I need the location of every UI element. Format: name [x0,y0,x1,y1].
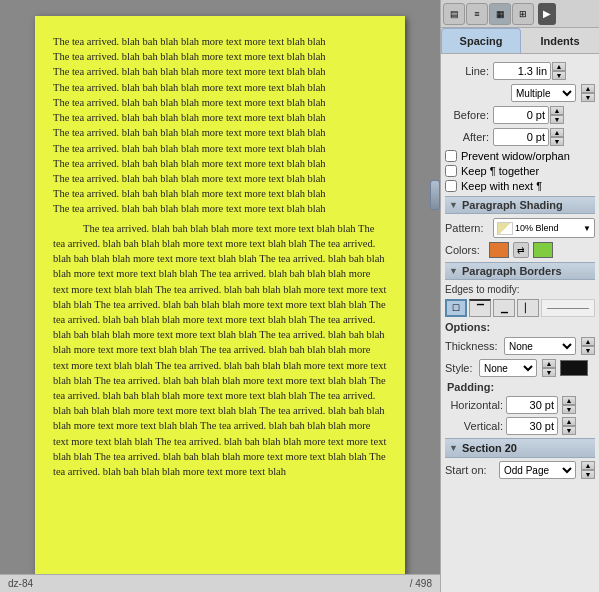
after-stepper: ▲ ▼ [550,128,564,146]
style-stepper: ▲ ▼ [542,359,556,377]
edge-bottom-button[interactable]: ▁ [493,299,515,317]
section-title: Section 20 [462,442,517,454]
edges-label-row: Edges to modify: [445,284,595,295]
thickness-stepper: ▲ ▼ [581,337,595,355]
horiz-stepper: ▲ ▼ [562,396,576,414]
vert-input[interactable] [506,417,558,435]
inspector-toolbar: ▤ ≡ ▦ ⊞ ▶ [441,0,599,28]
paragraph-shading-title: Paragraph Shading [462,199,563,211]
horiz-stepper-up[interactable]: ▲ [562,396,576,405]
spacing-tabs: Spacing Indents [441,28,599,54]
horizontal-row: Horizontal: ▲ ▼ [445,396,595,414]
keep-next-label: Keep with next ¶ [461,180,542,192]
status-right: / 498 [410,578,432,589]
multiple-stepper-up[interactable]: ▲ [581,84,595,93]
style-stepper-down[interactable]: ▼ [542,368,556,377]
thickness-select[interactable]: None 0.5 pt 1 pt 2 pt [504,337,576,355]
section-bar[interactable]: ▼ Section 20 [445,438,595,458]
horiz-stepper-down[interactable]: ▼ [562,405,576,414]
page-text-block1: The tea arrived. blah bah blah blah more… [53,34,387,217]
edges-container: ☐ ▔ ▁ ▏ [445,299,595,317]
horiz-input[interactable] [506,396,558,414]
multiple-stepper: ▲ ▼ [581,84,595,102]
after-row: After: ▲ ▼ [445,128,595,146]
options-label: Options: [445,321,490,333]
widow-orphan-label: Prevent widow/orphan [461,150,570,162]
borders-triangle-icon: ▼ [449,266,458,276]
after-stepper-down[interactable]: ▼ [550,137,564,146]
before-stepper-up[interactable]: ▲ [550,106,564,115]
before-row: Before: ▲ ▼ [445,106,595,124]
keep-together-label: Keep ¶ together [461,165,539,177]
color-cycle-button[interactable]: ⇄ [513,242,529,258]
keep-next-row: Keep with next ¶ [445,180,595,192]
line-input[interactable] [493,62,551,80]
start-on-row: Start on: Odd Page Even Page Any Page ▲ … [445,461,595,479]
page: The tea arrived. blah bah blah blah more… [35,16,405,576]
edge-top-button[interactable]: ▔ [469,299,491,317]
tab-indents[interactable]: Indents [521,28,599,53]
options-label-row: Options: [445,321,595,333]
pattern-label: Pattern: [445,222,489,234]
edges-label: Edges to modify: [445,284,519,295]
thickness-label: Thickness: [445,340,500,352]
before-stepper-down[interactable]: ▼ [550,115,564,124]
after-label: After: [445,131,489,143]
edge-line [547,308,589,309]
thickness-stepper-down[interactable]: ▼ [581,346,595,355]
horiz-label: Horizontal: [445,399,503,411]
tab-spacing[interactable]: Spacing [441,28,521,53]
start-on-stepper-up[interactable]: ▲ [581,461,595,470]
toolbar-icon-2[interactable]: ≡ [466,3,488,25]
shading-triangle-icon: ▼ [449,200,458,210]
toolbar-icon-4[interactable]: ⊞ [512,3,534,25]
keep-together-row: Keep ¶ together [445,165,595,177]
status-bar: dz-84 / 498 [0,574,440,592]
after-input[interactable] [493,128,549,146]
paragraph-shading-header[interactable]: ▼ Paragraph Shading [445,196,595,214]
style-select[interactable]: None Solid Dashed [479,359,537,377]
paragraph-borders-header[interactable]: ▼ Paragraph Borders [445,262,595,280]
style-stepper-up[interactable]: ▲ [542,359,556,368]
scroll-handle[interactable] [430,180,440,210]
document-area: The tea arrived. blah bah blah blah more… [0,0,440,592]
widow-orphan-checkbox[interactable] [445,150,457,162]
keep-next-checkbox[interactable] [445,180,457,192]
colors-label: Colors: [445,244,485,256]
pattern-preview [497,222,513,235]
before-label: Before: [445,109,489,121]
color-swatch-orange[interactable] [489,242,509,258]
start-on-stepper: ▲ ▼ [581,461,595,479]
multiple-row: Multiple Exactly At Least ▲ ▼ [445,84,595,102]
color-swatch-green[interactable] [533,242,553,258]
pattern-row: Pattern: 10% Blend ▼ [445,218,595,238]
thickness-stepper-up[interactable]: ▲ [581,337,595,346]
toolbar-icon-1[interactable]: ▤ [443,3,465,25]
vert-stepper-up[interactable]: ▲ [562,417,576,426]
multiple-stepper-down[interactable]: ▼ [581,93,595,102]
keep-together-checkbox[interactable] [445,165,457,177]
start-on-label: Start on: [445,464,495,476]
edge-left-button[interactable]: ▏ [517,299,539,317]
toolbar-next-arrow[interactable]: ▶ [538,3,556,25]
before-input[interactable] [493,106,549,124]
edge-all-button[interactable]: ☐ [445,299,467,317]
start-on-stepper-down[interactable]: ▼ [581,470,595,479]
pattern-select[interactable]: 10% Blend ▼ [493,218,595,238]
line-stepper-up[interactable]: ▲ [552,62,566,71]
pattern-dropdown-icon: ▼ [583,224,591,233]
style-label: Style: [445,362,475,374]
line-stepper-down[interactable]: ▼ [552,71,566,80]
edge-preview [541,299,595,317]
toolbar-icon-group: ▤ ≡ ▦ ⊞ [443,3,534,25]
vertical-row: Vertical: ▲ ▼ [445,417,595,435]
vert-stepper: ▲ ▼ [562,417,576,435]
border-color-swatch[interactable] [560,360,588,376]
toolbar-icon-3[interactable]: ▦ [489,3,511,25]
after-stepper-up[interactable]: ▲ [550,128,564,137]
multiple-select[interactable]: Multiple Exactly At Least [511,84,576,102]
status-left: dz-84 [8,578,33,589]
start-on-select[interactable]: Odd Page Even Page Any Page [499,461,576,479]
vert-stepper-down[interactable]: ▼ [562,426,576,435]
inspector-content: Line: ▲ ▼ Multiple Exactly At Least ▲ ▼ … [441,54,599,592]
